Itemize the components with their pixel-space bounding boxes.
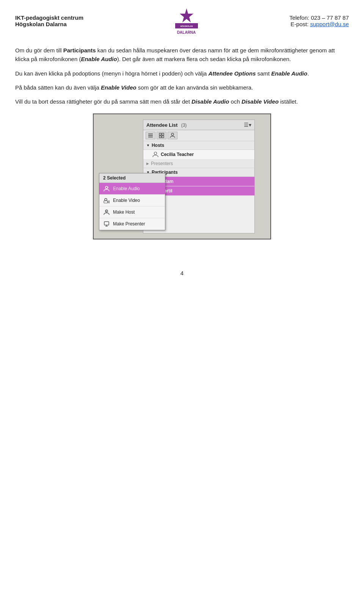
paragraph-1: Om du gör dem till Participants kan du s… bbox=[15, 46, 349, 64]
host-name: Cecilia Teacher bbox=[161, 152, 194, 157]
presenters-arrow-icon: ▶ bbox=[146, 162, 149, 165]
bold-enable-audio-2: Enable Audio bbox=[271, 70, 307, 77]
hosts-arrow-icon: ▼ bbox=[146, 143, 150, 147]
svg-rect-7 bbox=[162, 133, 164, 135]
attendee-menu-icon[interactable]: ☰▾ bbox=[244, 122, 251, 128]
svg-rect-6 bbox=[159, 133, 161, 135]
bold-disable-audio: Disable Audio bbox=[191, 98, 229, 105]
enable-audio-label: Enable Audio bbox=[113, 186, 140, 191]
presenters-section-header: ▶ Presenters bbox=[143, 159, 254, 168]
enable-video-label: Enable Video bbox=[113, 198, 140, 203]
university-name: Högskolan Dalarna bbox=[15, 21, 83, 27]
paragraph-4: Vill du ta bort dessa rättigheter gör du… bbox=[15, 97, 349, 106]
screenshot-container: Attendee List (3) ☰▾ bbox=[15, 113, 349, 239]
svg-point-11 bbox=[154, 152, 157, 155]
org-name: IKT-pedagogiskt centrum bbox=[15, 14, 83, 21]
context-menu: 2 Selected Enable Audio bbox=[99, 173, 165, 230]
attendee-header: Attendee List (3) ☰▾ bbox=[143, 120, 254, 130]
screenshot: Attendee List (3) ☰▾ bbox=[93, 113, 271, 239]
toolbar-list-btn[interactable] bbox=[146, 132, 155, 139]
university-logo: HÖGSKOLAN bbox=[171, 7, 202, 30]
attendee-toolbar bbox=[143, 130, 254, 141]
enable-video-icon bbox=[103, 197, 110, 204]
attendee-title-area: Attendee List (3) bbox=[146, 122, 187, 128]
header-right: Telefon: 023 – 77 87 87 E-post: support@… bbox=[289, 14, 349, 27]
bold-enable-audio-1: Enable Audio bbox=[81, 56, 117, 62]
host-user-icon bbox=[152, 151, 158, 157]
page-number: 4 bbox=[180, 270, 184, 276]
toolbar-grid-btn[interactable] bbox=[157, 132, 166, 139]
context-menu-header: 2 Selected bbox=[99, 173, 165, 183]
grid-view-icon bbox=[159, 133, 164, 138]
toolbar-user-btn[interactable] bbox=[168, 132, 177, 139]
attendee-list-title: Attendee List bbox=[146, 122, 177, 128]
main-content: Om du gör dem till Participants kan du s… bbox=[0, 38, 364, 262]
context-menu-make-host[interactable]: ★ Make Host bbox=[99, 206, 165, 218]
header-left: IKT-pedagogiskt centrum Högskolan Dalarn… bbox=[15, 14, 83, 27]
svg-point-10 bbox=[171, 133, 174, 135]
page-number-area: 4 bbox=[0, 262, 364, 291]
svg-point-14 bbox=[105, 186, 108, 189]
svg-rect-3 bbox=[148, 134, 153, 134]
make-host-label: Make Host bbox=[113, 209, 135, 215]
email-link[interactable]: support@du.se bbox=[310, 21, 349, 27]
svg-rect-16 bbox=[104, 201, 108, 203]
user-icon bbox=[170, 133, 175, 138]
svg-point-15 bbox=[105, 198, 107, 201]
make-presenter-label: Make Presenter bbox=[113, 221, 145, 227]
page-header: IKT-pedagogiskt centrum Högskolan Dalarn… bbox=[0, 0, 364, 38]
svg-rect-4 bbox=[148, 135, 153, 136]
logo-text: DALARNA bbox=[177, 30, 196, 35]
make-presenter-icon bbox=[103, 220, 110, 227]
make-host-icon: ★ bbox=[103, 209, 110, 216]
email-info: E-post: support@du.se bbox=[290, 21, 349, 27]
svg-marker-0 bbox=[180, 8, 193, 22]
svg-rect-9 bbox=[162, 136, 164, 138]
svg-text:HÖGSKOLAN: HÖGSKOLAN bbox=[180, 25, 193, 27]
paragraph-3: På båda sätten kan du även välja Enable … bbox=[15, 83, 349, 92]
svg-rect-19 bbox=[104, 222, 109, 225]
bold-disable-video: Disable Video bbox=[242, 98, 279, 105]
context-menu-enable-audio[interactable]: Enable Audio bbox=[99, 183, 165, 195]
svg-rect-5 bbox=[148, 137, 153, 137]
presenters-label: Presenters bbox=[151, 161, 173, 166]
svg-rect-8 bbox=[159, 136, 161, 138]
bold-participants: Participants bbox=[63, 47, 96, 54]
paragraph-2: Du kan även klicka på podoptions (menyn … bbox=[15, 69, 349, 78]
attendee-count: (3) bbox=[181, 123, 187, 128]
context-menu-enable-video[interactable]: Enable Video bbox=[99, 195, 165, 206]
hosts-label: Hosts bbox=[152, 143, 164, 148]
logo-area: HÖGSKOLAN DALARNA bbox=[171, 7, 202, 35]
enable-audio-icon bbox=[103, 185, 110, 192]
host-item: Cecilia Teacher bbox=[143, 150, 254, 159]
list-view-icon bbox=[148, 133, 153, 138]
bold-enable-video: Enable Video bbox=[101, 84, 136, 91]
hosts-section-header: ▼ Hosts bbox=[143, 141, 254, 150]
phone-number: Telefon: 023 – 77 87 87 bbox=[289, 14, 349, 21]
bold-attendee-options: Attendee Options bbox=[208, 70, 256, 77]
context-menu-make-presenter[interactable]: Make Presenter bbox=[99, 218, 165, 230]
